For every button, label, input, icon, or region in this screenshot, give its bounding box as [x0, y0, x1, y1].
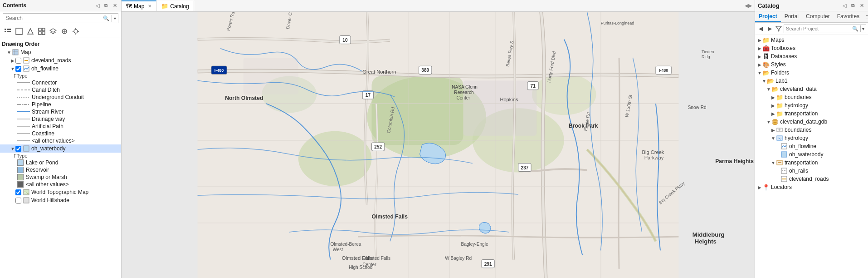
catalog-item-databases[interactable]: ▶ 🗄 Databases — [755, 52, 868, 60]
svg-text:380: 380 — [421, 68, 429, 73]
svg-rect-0 — [5, 29, 6, 30]
styles-expand-icon[interactable]: ▶ — [757, 62, 762, 67]
waterbody-expand[interactable]: ▼ — [10, 146, 15, 151]
catalog-item-folders[interactable]: ▼ 📂 Folders — [755, 69, 868, 77]
catalog-item-locators[interactable]: ▶ 📍 Locators — [755, 183, 868, 191]
catalog-close-icon[interactable]: ✕ — [858, 2, 865, 9]
catalog-filter-icon[interactable] — [775, 24, 782, 33]
catalog-item-hydrology-folder[interactable]: ▶ 📁 hydrology — [755, 101, 868, 109]
catalog-float-icon[interactable]: ⧉ — [849, 2, 857, 9]
catalog-item-maps[interactable]: ▶ 📁 Maps — [755, 36, 868, 44]
catalog-tab-computer[interactable]: Computer — [802, 11, 834, 22]
search-dropdown-icon[interactable]: ▾ — [112, 15, 118, 22]
contents-search-input[interactable] — [3, 14, 101, 23]
databases-expand-icon[interactable]: ▶ — [757, 54, 762, 59]
select-button[interactable] — [14, 26, 24, 36]
roads-checkbox[interactable] — [15, 58, 21, 64]
boundaries-gdb-expand-icon[interactable]: ▶ — [770, 128, 776, 133]
svg-text:Olmsted Falls: Olmsted Falls — [372, 213, 408, 220]
catalog-item-transportation-folder[interactable]: ▶ 📁 transportation — [755, 109, 868, 118]
toolboxes-expand-icon[interactable]: ▶ — [757, 46, 762, 51]
close-panel-icon[interactable]: ✕ — [111, 2, 118, 9]
contents-search-bar: 🔍 ▾ — [3, 13, 118, 23]
world-topo-checkbox[interactable] — [15, 189, 21, 195]
layer-cleveland-roads[interactable]: ▶ cleveland_roads — [0, 56, 121, 65]
lab1-expand-icon[interactable]: ▼ — [761, 79, 767, 84]
catalog-tab-portal[interactable]: Portal — [781, 11, 802, 22]
catalog-item-oh-flowline-gdb[interactable]: ▶ oh_flowline — [755, 142, 868, 150]
map-root-item[interactable]: ▼ Map — [0, 48, 121, 56]
flowline-expand[interactable]: ▼ — [10, 66, 15, 71]
catalog-item-hydrology-gdb[interactable]: ▼ hydrology — [755, 134, 868, 142]
catalog-tab-project[interactable]: Project — [755, 11, 781, 22]
ftype-label-2: FType — [14, 153, 28, 159]
catalog-search-input[interactable] — [784, 25, 850, 32]
hydrology-gdb-expand-icon[interactable]: ▼ — [770, 136, 776, 141]
grid-button[interactable] — [37, 26, 47, 36]
svg-text:Big Creek: Big Creek — [642, 149, 664, 155]
catalog-back-icon[interactable]: ◀ — [757, 24, 765, 33]
catalog-item-cleveland-data[interactable]: ▼ 📂 cleveland_data — [755, 85, 868, 93]
transportation-gdb-expand-icon[interactable]: ▼ — [770, 160, 776, 165]
map-tab-close[interactable]: ✕ — [148, 4, 151, 9]
map-tab-label: Map — [134, 3, 144, 10]
boundaries-folder-expand-icon[interactable]: ▶ — [770, 95, 776, 100]
catalog-item-boundaries-gdb[interactable]: ▶ boundaries — [755, 126, 868, 134]
catalog-item-lab1[interactable]: ▼ 📂 Lab1 — [755, 77, 868, 85]
legend-canal-ditch: Canal Ditch — [0, 86, 121, 94]
map-expand-arrow[interactable]: ▼ — [6, 50, 12, 55]
layer-oh-flowline[interactable]: ▼ oh_flowline — [0, 65, 121, 73]
flowline-checkbox[interactable] — [15, 66, 21, 72]
waterbody-checkbox[interactable] — [15, 146, 21, 152]
transportation-gdb-icon — [776, 159, 783, 166]
lab1-label: Lab1 — [775, 78, 788, 84]
tools-button[interactable] — [71, 26, 81, 36]
svg-text:Olmsted Falls: Olmsted Falls — [362, 256, 390, 261]
catalog-item-oh-rails[interactable]: ▶ oh_rails — [755, 167, 868, 175]
search-icon[interactable]: 🔍 — [101, 15, 112, 22]
underground-label: Underground Conduit — [32, 94, 84, 100]
maps-expand-icon[interactable]: ▶ — [757, 38, 762, 43]
catalog-item-cleveland-gdb[interactable]: ▼ cleveland_data.gdb — [755, 118, 868, 126]
catalog-search-icon[interactable]: 🔍 — [850, 25, 860, 33]
catalog-panel: Catalog ◁ ⧉ ✕ Project Portal Computer Fa… — [755, 0, 868, 278]
folders-expand-icon[interactable]: ▼ — [757, 70, 762, 75]
layers-button[interactable] — [48, 26, 58, 36]
draw-button[interactable] — [25, 26, 35, 36]
float-icon[interactable]: ⧉ — [102, 2, 110, 9]
layer-world-topo[interactable]: World Topographic Map — [0, 188, 121, 196]
transportation-folder-expand-icon[interactable]: ▶ — [770, 111, 776, 116]
map-tab[interactable]: 🗺 Map ✕ — [122, 0, 156, 11]
catalog-item-toolboxes[interactable]: ▶ 🧰 Toolboxes — [755, 44, 868, 52]
paint-button[interactable] — [59, 26, 69, 36]
contents-body: Drawing Order ▼ Map ▶ cleveland_roads ▼ — [0, 38, 121, 278]
auto-hide-icon[interactable]: ◁ — [94, 2, 101, 9]
catalog-tab-favorites[interactable]: Favorites — [834, 11, 863, 22]
cleveland-gdb-expand-icon[interactable]: ▼ — [766, 119, 771, 124]
catalog-tab[interactable]: 📁 Catalog — [156, 0, 194, 11]
locators-expand-icon[interactable]: ▶ — [757, 185, 762, 190]
list-view-button[interactable] — [3, 26, 13, 36]
cleveland-data-expand-icon[interactable]: ▼ — [766, 87, 771, 92]
catalog-search-dropdown-icon[interactable]: ▾ — [860, 25, 866, 32]
catalog-tab-more-icon[interactable]: ≡ — [863, 11, 868, 22]
swamp-marsh-box-icon — [17, 174, 24, 180]
catalog-item-boundaries-folder[interactable]: ▶ 📁 boundaries — [755, 93, 868, 101]
catalog-item-transportation-gdb[interactable]: ▼ transportation — [755, 159, 868, 167]
svg-text:237: 237 — [521, 165, 529, 170]
catalog-forward-icon[interactable]: ▶ — [766, 24, 774, 33]
hydrology-folder-expand-icon[interactable]: ▶ — [770, 103, 776, 108]
layer-world-hillshade[interactable]: World Hillshade — [0, 196, 121, 204]
catalog-item-styles[interactable]: ▶ 🎨 Styles — [755, 60, 868, 69]
catalog-item-oh-waterbody-gdb[interactable]: ▶ oh_waterbody — [755, 150, 868, 159]
map-canvas[interactable]: 10 380 17 252 71 237 291 I-480 — [122, 12, 755, 278]
roads-expand[interactable]: ▶ — [10, 58, 15, 63]
legend-coastline: Coastline — [0, 130, 121, 137]
svg-text:Parkway: Parkway — [644, 155, 664, 160]
catalog-auto-hide-icon[interactable]: ◁ — [841, 2, 848, 9]
layer-oh-waterbody[interactable]: ▼ oh_waterbody — [0, 144, 121, 153]
hydrology-gdb-label: hydrology — [785, 135, 808, 141]
world-hillshade-checkbox[interactable] — [15, 198, 21, 204]
svg-point-10 — [74, 30, 78, 33]
catalog-item-cleveland-roads-gdb[interactable]: ▶ cleveland_roads — [755, 175, 868, 183]
